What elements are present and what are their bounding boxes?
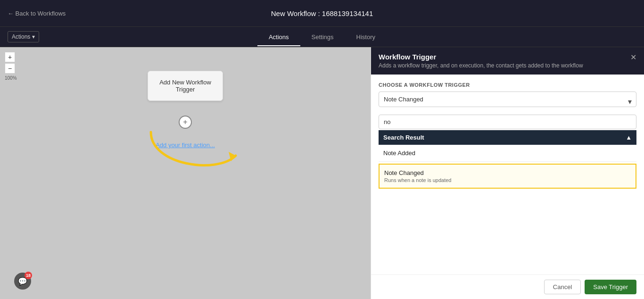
- result-item-note-changed[interactable]: Note Changed Runs when a note is updated: [379, 164, 636, 189]
- actions-button[interactable]: Actions ▾: [8, 31, 39, 42]
- canvas-area: + − 100% Add New Workflow Trigger + Add …: [0, 47, 371, 299]
- notification-count: 18: [25, 272, 32, 279]
- right-panel: Workflow Trigger Adds a workflow trigger…: [371, 47, 644, 299]
- panel-header: Workflow Trigger Adds a workflow trigger…: [371, 47, 644, 75]
- zoom-out-button[interactable]: −: [5, 63, 15, 74]
- first-action-text: Add your first action...: [156, 141, 215, 149]
- trigger-dropdown-wrapper: Note Changed ▾: [379, 91, 636, 111]
- zoom-level: 100%: [5, 75, 17, 81]
- tab-actions[interactable]: Actions: [257, 29, 300, 46]
- page-title: New Workflow : 1688139134141: [271, 9, 373, 17]
- search-input[interactable]: [379, 115, 636, 129]
- tab-history[interactable]: History: [345, 29, 387, 46]
- back-link[interactable]: ← Back to Workflows: [8, 10, 66, 17]
- header: ← Back to Workflows New Workflow : 16881…: [0, 0, 644, 27]
- cancel-button[interactable]: Cancel: [544, 280, 581, 294]
- main-layout: + − 100% Add New Workflow Trigger + Add …: [0, 47, 644, 299]
- tab-settings[interactable]: Settings: [300, 29, 345, 46]
- panel-footer: Cancel Save Trigger: [371, 274, 644, 299]
- svg-marker-0: [229, 152, 236, 161]
- save-trigger-button[interactable]: Save Trigger: [585, 280, 636, 294]
- zoom-controls: + − 100%: [5, 52, 17, 81]
- trigger-node[interactable]: Add New Workflow Trigger: [148, 71, 223, 101]
- close-button[interactable]: ✕: [630, 53, 636, 62]
- panel-content: CHOOSE A WORKFLOW TRIGGER Note Changed ▾…: [371, 75, 644, 274]
- panel-title: Workflow Trigger: [379, 53, 583, 61]
- zoom-in-button[interactable]: +: [5, 52, 15, 62]
- add-action-button[interactable]: +: [179, 116, 192, 129]
- trigger-node-line2: Trigger: [157, 86, 213, 93]
- section-label: CHOOSE A WORKFLOW TRIGGER: [379, 82, 636, 88]
- search-result-header: Search Result ▲: [379, 130, 636, 145]
- trigger-node-line1: Add New Workflow: [157, 79, 213, 86]
- arrow-illustration: [141, 127, 245, 184]
- notification-badge[interactable]: 💬 18: [14, 273, 31, 290]
- result-item-note-added[interactable]: Note Added: [379, 145, 636, 162]
- panel-subtitle: Adds a workflow trigger, and on executio…: [379, 62, 583, 69]
- trigger-dropdown[interactable]: Note Changed: [379, 91, 636, 107]
